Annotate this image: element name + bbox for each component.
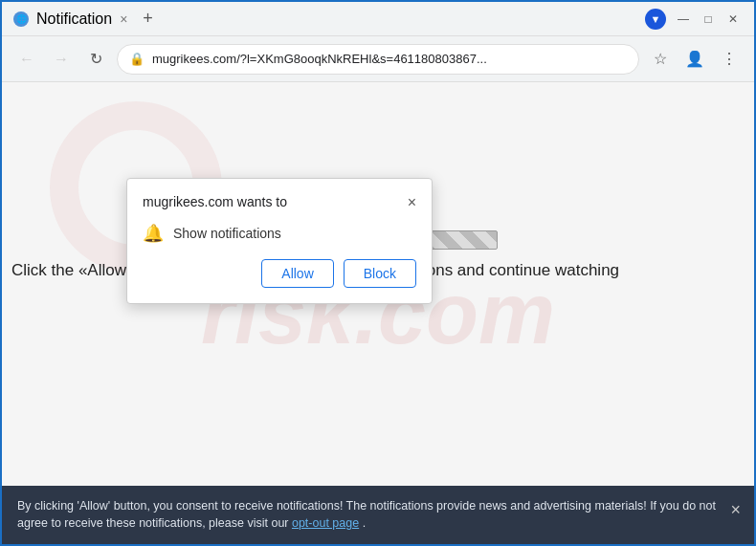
popup-title: mugrikees.com wants to xyxy=(143,194,287,209)
opt-out-link[interactable]: opt-out page xyxy=(292,516,359,530)
maximize-button[interactable]: □ xyxy=(699,12,718,26)
notification-popup: mugrikees.com wants to × 🔔 Show notifica… xyxy=(126,178,433,304)
popup-close-button[interactable]: × xyxy=(408,194,416,211)
refresh-button[interactable]: ↻ xyxy=(82,46,109,73)
popup-description: Show notifications xyxy=(173,226,281,241)
user-profile-icon[interactable]: 👤 xyxy=(681,46,708,73)
banner-text-1: By clicking 'Allow' button, you consent … xyxy=(17,499,716,531)
bell-icon: 🔔 xyxy=(143,223,164,244)
lock-icon: 🔒 xyxy=(129,52,145,66)
tab-close-button[interactable]: × xyxy=(120,11,127,27)
url-text: mugrikees.com/?l=XKmG8ooqkNkREHl&s=46118… xyxy=(152,52,627,66)
bookmark-icon[interactable]: ☆ xyxy=(647,46,674,73)
new-tab-button[interactable]: + xyxy=(135,4,161,34)
back-button[interactable]: ← xyxy=(13,46,40,73)
close-window-button[interactable]: ✕ xyxy=(723,12,743,26)
popup-buttons: Allow Block xyxy=(143,259,416,288)
page-content: risk.com mugrikees.com wants to × 🔔 Show… xyxy=(2,82,754,544)
browser-frame: 🌐 Notification × + ▼ — □ ✕ ← → ↻ 🔒 mugri… xyxy=(2,2,754,544)
profile-area: ▼ xyxy=(645,9,666,30)
block-button[interactable]: Block xyxy=(344,259,416,288)
forward-button[interactable]: → xyxy=(48,46,75,73)
tab-title: Notification xyxy=(36,11,112,28)
banner-text-2: . xyxy=(363,516,366,530)
tab-favicon: 🌐 xyxy=(13,11,29,27)
bottom-banner: By clicking 'Allow' button, you consent … xyxy=(2,486,754,545)
browser-menu-icon[interactable]: ⋮ xyxy=(716,46,743,73)
popup-notification-row: 🔔 Show notifications xyxy=(143,223,416,244)
extension-button[interactable]: ▼ xyxy=(645,9,666,30)
popup-header: mugrikees.com wants to × xyxy=(143,194,416,211)
title-bar: 🌐 Notification × + ▼ — □ ✕ xyxy=(2,2,754,36)
allow-button[interactable]: Allow xyxy=(261,259,333,288)
minimize-button[interactable]: — xyxy=(674,12,693,26)
window-controls: — □ ✕ xyxy=(674,12,743,26)
banner-close-button[interactable]: × xyxy=(730,497,741,523)
address-bar: ← → ↻ 🔒 mugrikees.com/?l=XKmG8ooqkNkREHl… xyxy=(2,36,754,82)
url-bar[interactable]: 🔒 mugrikees.com/?l=XKmG8ooqkNkREHl&s=461… xyxy=(117,44,639,75)
